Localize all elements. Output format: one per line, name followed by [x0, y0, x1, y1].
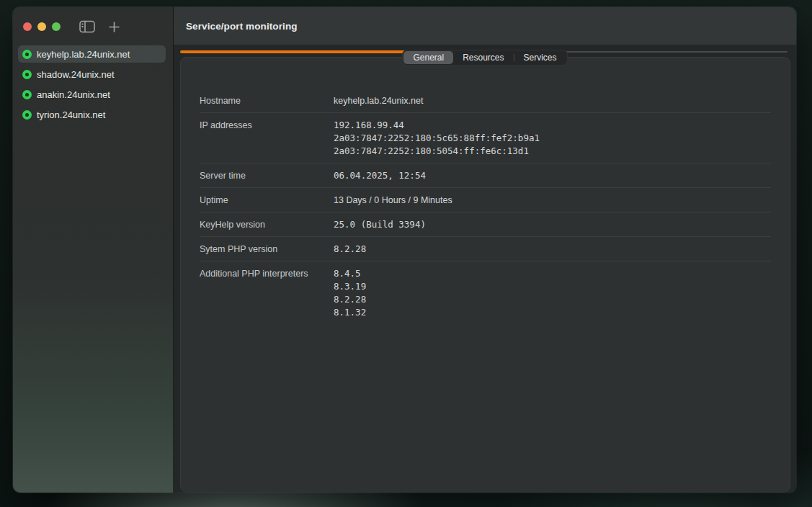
detail-value: 8.2.28	[334, 243, 366, 256]
server-label: keyhelp.lab.24unix.net	[37, 49, 130, 60]
tab-segmented-control: General Resources Services	[402, 50, 567, 66]
add-server-icon[interactable]	[108, 21, 120, 33]
detail-row-hostname: Hostname keyhelp.lab.24unix.net	[200, 89, 771, 112]
detail-label: Server time	[200, 169, 334, 182]
server-label: tyrion.24unix.net	[37, 109, 105, 120]
status-online-icon	[22, 50, 32, 59]
sidebar-item-keyhelp[interactable]: keyhelp.lab.24unix.net	[18, 45, 166, 63]
tab-services[interactable]: Services	[514, 51, 566, 64]
detail-value: 2a03:7847:2252:180:5054:ff:fe6c:13d1	[334, 145, 540, 158]
window-controls	[23, 20, 120, 33]
detail-row-additional-php: Additional PHP interpreters 8.4.5 8.3.19…	[200, 261, 771, 324]
sidebar-item-tyrion[interactable]: tyrion.24unix.net	[18, 106, 166, 123]
detail-value: 8.3.19	[334, 280, 366, 293]
sidebar: keyhelp.lab.24unix.net shadow.24unix.net…	[13, 7, 174, 493]
detail-value: 25.0 (Build 3394)	[334, 218, 426, 231]
detail-label: Uptime	[200, 194, 334, 207]
server-list: keyhelp.lab.24unix.net shadow.24unix.net…	[18, 45, 166, 126]
sidebar-item-anakin[interactable]: anakin.24unix.net	[18, 86, 166, 103]
toggle-sidebar-icon[interactable]	[79, 20, 95, 33]
detail-value: keyhelp.lab.24unix.net	[334, 94, 423, 107]
tab-general[interactable]: General	[403, 51, 453, 64]
main-area: Service/port monitoring Hostname keyhelp…	[174, 7, 796, 493]
detail-value: 8.4.5	[334, 267, 366, 280]
zoom-window-button[interactable]	[52, 22, 61, 31]
status-online-icon	[22, 110, 32, 120]
detail-value: 06.04.2025, 12:54	[334, 169, 426, 182]
detail-row-ip-addresses: IP addresses 192.168.99.44 2a03:7847:225…	[200, 112, 771, 163]
server-details: Hostname keyhelp.lab.24unix.net IP addre…	[200, 89, 771, 324]
status-online-icon	[22, 90, 32, 99]
detail-label: Hostname	[200, 94, 334, 107]
detail-row-keyhelp-version: KeyHelp version 25.0 (Build 3394)	[200, 212, 771, 236]
detail-value: 13 Days / 0 Hours / 9 Minutes	[334, 194, 452, 207]
close-window-button[interactable]	[23, 22, 32, 31]
detail-label: IP addresses	[200, 119, 334, 158]
desktop-wallpaper: keyhelp.lab.24unix.net shadow.24unix.net…	[0, 0, 812, 507]
detail-row-uptime: Uptime 13 Days / 0 Hours / 9 Minutes	[200, 187, 771, 212]
status-online-icon	[22, 70, 32, 79]
detail-value: 8.2.28	[334, 293, 366, 306]
tab-resources[interactable]: Resources	[453, 51, 513, 64]
server-label: shadow.24unix.net	[37, 69, 115, 80]
sidebar-item-shadow[interactable]: shadow.24unix.net	[18, 66, 166, 83]
detail-value: 2a03:7847:2252:180:5c65:88ff:fef2:b9a1	[334, 132, 540, 145]
minimize-window-button[interactable]	[37, 22, 46, 31]
detail-label: Sytem PHP version	[200, 243, 334, 256]
detail-value: 192.168.99.44	[334, 119, 540, 132]
page-title: Service/port monitoring	[186, 21, 298, 32]
app-window: keyhelp.lab.24unix.net shadow.24unix.net…	[13, 7, 796, 493]
window-titlebar: Service/port monitoring	[174, 7, 796, 45]
detail-label: Additional PHP interpreters	[200, 267, 334, 319]
content-panel: Hostname keyhelp.lab.24unix.net IP addre…	[180, 57, 790, 493]
detail-row-server-time: Server time 06.04.2025, 12:54	[200, 163, 771, 187]
detail-label: KeyHelp version	[200, 218, 334, 231]
detail-row-system-php-version: Sytem PHP version 8.2.28	[200, 236, 771, 261]
server-label: anakin.24unix.net	[37, 89, 110, 100]
detail-value: 8.1.32	[334, 306, 366, 319]
tab-bar: General Resources Services	[174, 50, 796, 66]
